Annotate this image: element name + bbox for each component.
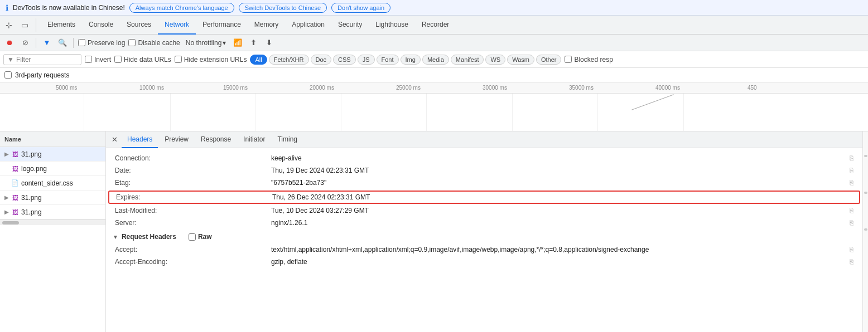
hide-data-urls-label[interactable]: Hide data URLs — [114, 56, 171, 64]
disable-cache-checkbox[interactable] — [128, 39, 136, 46]
invert-label[interactable]: Invert — [85, 56, 111, 64]
filter-input[interactable] — [16, 56, 72, 64]
tab-lighthouse[interactable]: Lighthouse — [369, 16, 415, 35]
hide-ext-urls-label[interactable]: Hide extension URLs — [175, 56, 247, 64]
h-scrollbar[interactable] — [0, 219, 105, 225]
upload-icon[interactable]: ⬆ — [247, 37, 259, 49]
preserve-log-label[interactable]: Preserve log — [78, 39, 125, 47]
detail-tab-response[interactable]: Response — [195, 131, 237, 148]
copy-icon-server[interactable]: ⎘ — [850, 219, 853, 227]
file-item-1[interactable]: ▶ 🖼 logo.png — [0, 162, 105, 176]
throttle-dropdown[interactable]: No throttling ▾ — [184, 38, 229, 48]
third-party-row: 3rd-party requests — [0, 68, 868, 82]
filter-tag-wasm[interactable]: Wasm — [507, 55, 534, 65]
file-type-icon-2: 📄 — [11, 179, 19, 187]
wifi-icon[interactable]: 📶 — [232, 37, 244, 49]
filter-tag-other[interactable]: Other — [536, 55, 562, 65]
filter-tag-all[interactable]: All — [250, 55, 267, 65]
tab-performance[interactable]: Performance — [196, 16, 248, 35]
clear-btn[interactable]: ⊘ — [19, 37, 31, 49]
resp-header-value-etag: "6757b521-2ba73" — [271, 179, 847, 187]
dont-show-btn[interactable]: Don't show again — [331, 3, 390, 13]
resp-header-name-connection: Connection: — [115, 154, 271, 162]
sep2 — [73, 38, 74, 48]
search-icon[interactable]: 🔍 — [56, 37, 69, 49]
tab-console[interactable]: Console — [82, 16, 120, 35]
raw-checkbox-wrap[interactable]: Raw — [189, 233, 212, 241]
device-icon[interactable]: ▭ — [18, 18, 31, 32]
tab-security[interactable]: Security — [331, 16, 369, 35]
ruler-mark-40000: 40000 ms — [655, 85, 680, 91]
copy-icon-etag[interactable]: ⎘ — [850, 179, 853, 187]
preserve-log-checkbox[interactable] — [78, 39, 85, 46]
download-icon[interactable]: ⬇ — [263, 37, 275, 49]
switch-chinese-btn[interactable]: Switch DevTools to Chinese — [239, 3, 327, 13]
request-headers-section[interactable]: ▼ Request Headers Raw — [106, 230, 862, 244]
hide-data-urls-checkbox[interactable] — [114, 56, 122, 63]
file-item-3[interactable]: ▶ 🖼 31.png — [0, 191, 105, 205]
detail-content: Connection: keep-alive ⎘ Date: Thu, 19 D… — [106, 148, 862, 332]
tab-memory[interactable]: Memory — [248, 16, 285, 35]
tab-network[interactable]: Network — [158, 16, 196, 35]
filter-tag-font[interactable]: Font — [377, 55, 399, 65]
tab-sources[interactable]: Sources — [120, 16, 158, 35]
tab-recorder[interactable]: Recorder — [415, 16, 456, 35]
hide-ext-urls-checkbox[interactable] — [175, 56, 182, 63]
file-type-icon-1: 🖼 — [11, 165, 19, 173]
file-name-3: 31.png — [21, 194, 42, 202]
network-toolbar: ⏺ ⊘ ▼ 🔍 Preserve log Disable cache No th… — [0, 35, 868, 51]
detail-tab-initiator[interactable]: Initiator — [238, 131, 271, 148]
filter-tag-css[interactable]: CSS — [333, 55, 356, 65]
filter-bar: ▼ Invert Hide data URLs Hide extension U… — [0, 51, 868, 68]
filter-tag-js[interactable]: JS — [358, 55, 375, 65]
tab-elements[interactable]: Elements — [41, 16, 82, 35]
file-item-4[interactable]: ▶ 🖼 31.png — [0, 205, 105, 219]
filter-tag-fetchxhr[interactable]: Fetch/XHR — [269, 55, 309, 65]
raw-checkbox[interactable] — [189, 233, 196, 241]
detail-tab-timing[interactable]: Timing — [272, 131, 303, 148]
filter-tag-media[interactable]: Media — [422, 55, 449, 65]
req-header-accept: Accept: text/html,application/xhtml+xml,… — [108, 244, 860, 256]
notification-text: DevTools is now available in Chinese! — [13, 4, 125, 12]
ruler-mark-10000: 10000 ms — [139, 85, 164, 91]
third-party-checkbox[interactable] — [4, 71, 12, 79]
detail-tabs: ✕ Headers Preview Response Initiator Tim… — [106, 131, 862, 148]
req-header-encoding: Accept-Encoding: gzip, deflate ⎘ — [108, 256, 860, 268]
resp-header-value-expires: Thu, 26 Dec 2024 02:23:31 GMT — [272, 193, 852, 201]
filter-tag-doc[interactable]: Doc — [311, 55, 332, 65]
req-header-name-accept: Accept: — [115, 246, 271, 253]
filter-icon[interactable]: ▼ — [41, 37, 53, 49]
disable-cache-label[interactable]: Disable cache — [128, 39, 180, 47]
record-btn[interactable]: ⏺ — [3, 37, 16, 49]
main-content: Name ▶ 🖼 31.png ▶ 🖼 logo.png ▶ 📄 content… — [0, 131, 868, 332]
copy-icon-accept[interactable]: ⎘ — [850, 246, 853, 253]
resp-header-value-date: Thu, 19 Dec 2024 02:23:31 GMT — [271, 167, 847, 174]
detail-tab-preview[interactable]: Preview — [159, 131, 194, 148]
timeline-ruler: 5000 ms 10000 ms 15000 ms 20000 ms 25000… — [0, 82, 868, 94]
file-item-0[interactable]: ▶ 🖼 31.png — [0, 147, 105, 162]
file-expand-icon-4: ▶ — [4, 209, 9, 215]
blocked-resp-checkbox[interactable] — [565, 56, 572, 63]
timeline-area: 5000 ms 10000 ms 15000 ms 20000 ms 25000… — [0, 82, 868, 131]
copy-icon-date[interactable]: ⎘ — [850, 167, 853, 174]
copy-icon-encoding[interactable]: ⎘ — [850, 258, 853, 266]
ruler-mark-20000: 20000 ms — [310, 85, 334, 91]
always-match-btn[interactable]: Always match Chrome's language — [129, 3, 234, 13]
invert-checkbox[interactable] — [85, 56, 92, 63]
copy-icon-lastmod[interactable]: ⎘ — [850, 207, 853, 214]
raw-label: Raw — [198, 233, 212, 241]
file-expand-icon-0: ▶ — [4, 151, 9, 157]
filter-tag-ws[interactable]: WS — [485, 55, 505, 65]
chevron-down-icon: ▾ — [223, 39, 226, 47]
close-detail-btn[interactable]: ✕ — [108, 134, 120, 146]
cursor-icon[interactable]: ⊹ — [2, 18, 16, 32]
filter-tag-img[interactable]: Img — [401, 55, 421, 65]
tab-application[interactable]: Application — [285, 16, 331, 35]
filter-tag-manifest[interactable]: Manifest — [451, 55, 484, 65]
copy-icon-connection[interactable]: ⎘ — [850, 154, 853, 162]
ruler-mark-25000: 25000 ms — [396, 85, 421, 91]
detail-tab-headers[interactable]: Headers — [122, 131, 158, 148]
resp-header-expires: Expires: Thu, 26 Dec 2024 02:23:31 GMT — [108, 191, 860, 204]
file-item-2[interactable]: ▶ 📄 content_sider.css — [0, 176, 105, 191]
blocked-resp-label[interactable]: Blocked resp — [565, 56, 613, 64]
